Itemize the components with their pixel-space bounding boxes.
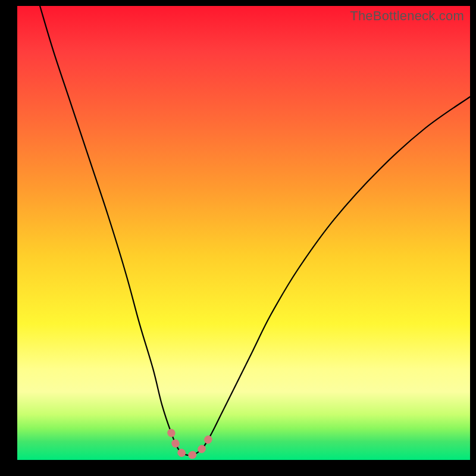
bottleneck-curve-path xyxy=(40,6,470,455)
chart-frame: TheBottleneck.com xyxy=(0,0,476,476)
chart-svg xyxy=(17,6,470,460)
plot-area: TheBottleneck.com xyxy=(17,6,470,460)
